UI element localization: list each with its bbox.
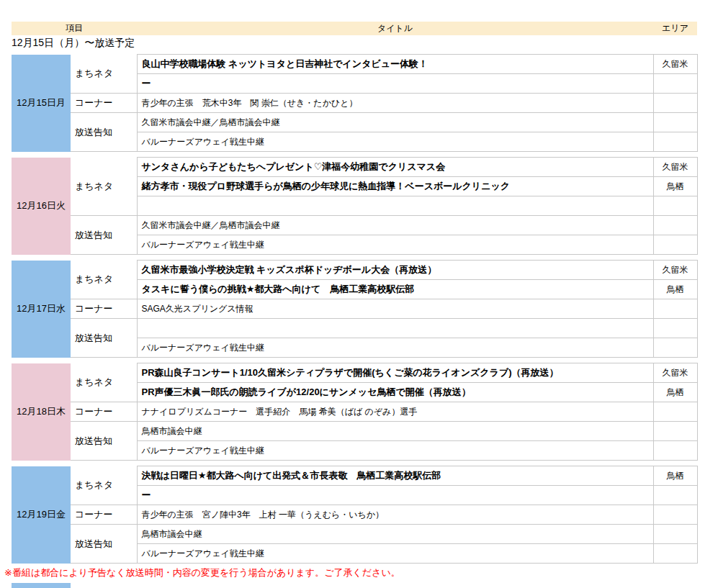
- area-cell: [653, 299, 697, 319]
- category-cell: 放送告知: [71, 113, 137, 152]
- category-cell: まちネタ: [71, 55, 137, 94]
- table-row: 12月17日水まちネタ久留米市最強小学校決定戦 キッズスポ杯ドッヂボール大会（再…: [12, 261, 697, 280]
- area-cell: 鳥栖: [653, 177, 697, 196]
- title-cell: ー: [137, 74, 653, 94]
- title-cell: バルーナーズアウェイ戦生中継: [137, 235, 653, 255]
- area-cell: [653, 74, 697, 94]
- title-cell: 久留米市最強小学校決定戦 キッズスポ杯ドッヂボール大会（再放送）: [137, 261, 653, 280]
- date-cell: 12月18日木: [12, 363, 71, 461]
- table-row: 放送告知鳥栖市議会中継: [12, 422, 697, 441]
- area-cell: [653, 196, 697, 216]
- table-row: 放送告知: [12, 319, 697, 338]
- title-cell: バルーナーズアウェイ戦生中継: [137, 441, 653, 461]
- title-cell: ナナイロプリズムコーナー 選手紹介 馬場 希美（ばば のぞみ）選手: [137, 402, 653, 422]
- title-cell: 良山中学校職場体験 ネッツトヨタと日吉神社でインタビュー体験！: [137, 55, 653, 74]
- table-row: 12月19日金まちネタ決戦は日曜日★都大路へ向けて出発式＆市長表敬 鳥栖工業高校…: [12, 466, 697, 486]
- table-row: コーナーSAGA久光スプリングス情報: [12, 299, 697, 319]
- area-cell: [653, 132, 697, 152]
- area-cell: 久留米: [653, 261, 697, 280]
- area-cell: [653, 441, 697, 461]
- header-item-column: 項目: [12, 22, 137, 35]
- area-cell: [653, 319, 697, 338]
- category-cell: まちネタ: [71, 261, 137, 299]
- category-cell: まちネタ: [71, 466, 137, 505]
- schedule-block: 12月15日月まちネタ良山中学校職場体験 ネッツトヨタと日吉神社でインタビュー体…: [12, 54, 698, 152]
- title-cell: PR森山良子コンサート1/10久留米シティプラザで開催(ちくご菜の花ライオンズク…: [137, 363, 653, 383]
- title-cell: [137, 319, 653, 338]
- category-cell: コーナー: [71, 505, 137, 525]
- next-block-date-cell-peek: [12, 583, 71, 588]
- area-cell: [653, 216, 697, 235]
- table-row: 12月16日火まちネタサンタさんから子どもたちへプレゼント♡津福今幼稚園でクリス…: [12, 158, 697, 177]
- schedule-block: 12月16日火まちネタサンタさんから子どもたちへプレゼント♡津福今幼稚園でクリス…: [12, 157, 698, 255]
- area-cell: [653, 94, 697, 113]
- title-cell: 久留米市議会中継／鳥栖市議会中継: [137, 113, 653, 132]
- category-cell: まちネタ: [71, 158, 137, 216]
- title-cell: 久留米市議会中継／鳥栖市議会中継: [137, 216, 653, 235]
- title-cell: 青少年の主張 宮ノ陣中3年 上村 一華（うえむら・いちか）: [137, 505, 653, 525]
- table-row: 12月18日木まちネタPR森山良子コンサート1/10久留米シティプラザで開催(ち…: [12, 363, 697, 383]
- broadcast-schedule-page: 項目 タイトル エリア 12月15日（月）〜放送予定 12月15日月まちネタ良山…: [0, 0, 718, 588]
- table-row: 放送告知久留米市議会中継／鳥栖市議会中継: [12, 216, 697, 235]
- title-cell: サンタさんから子どもたちへプレゼント♡津福今幼稚園でクリスマス会: [137, 158, 653, 177]
- schedule-block: 12月18日木まちネタPR森山良子コンサート1/10久留米シティプラザで開催(ち…: [12, 363, 698, 461]
- area-cell: 久留米: [653, 55, 697, 74]
- title-cell: バルーナーズアウェイ戦生中継: [137, 338, 653, 358]
- title-cell: 青少年の主張 荒木中3年 関 崇仁（せき・たかひと）: [137, 94, 653, 113]
- category-cell: 放送告知: [71, 422, 137, 461]
- area-cell: [653, 486, 697, 505]
- table-header: 項目 タイトル エリア: [12, 22, 697, 35]
- title-cell: 鳥栖市議会中継: [137, 422, 653, 441]
- table-row: コーナーナナイロプリズムコーナー 選手紹介 馬場 希美（ばば のぞみ）選手: [12, 402, 697, 422]
- area-cell: [653, 402, 697, 422]
- area-cell: 鳥栖: [653, 383, 697, 402]
- title-cell: [137, 196, 653, 216]
- title-cell: バルーナーズアウェイ戦生中継: [137, 544, 653, 564]
- category-cell: コーナー: [71, 299, 137, 319]
- title-cell: SAGA久光スプリングス情報: [137, 299, 653, 319]
- title-cell: PR声優三木眞一郎氏の朗読ライブが12/20にサンメッセ鳥栖で開催（再放送）: [137, 383, 653, 402]
- area-cell: [653, 544, 697, 564]
- title-cell: タスキに誓う僕らの挑戦★都大路へ向けて 鳥栖工業高校駅伝部: [137, 280, 653, 299]
- table-row: 12月15日月まちネタ良山中学校職場体験 ネッツトヨタと日吉神社でインタビュー体…: [12, 55, 697, 74]
- table-row: コーナー青少年の主張 宮ノ陣中3年 上村 一華（うえむら・いちか）: [12, 505, 697, 525]
- area-cell: [653, 338, 697, 358]
- category-cell: 放送告知: [71, 319, 137, 358]
- schedule-blocks: 12月15日月まちネタ良山中学校職場体験 ネッツトヨタと日吉神社でインタビュー体…: [12, 54, 697, 569]
- area-cell: 久留米: [653, 363, 697, 383]
- title-cell: 決戦は日曜日★都大路へ向けて出発式＆市長表敬 鳥栖工業高校駅伝部: [137, 466, 653, 486]
- category-cell: まちネタ: [71, 363, 137, 402]
- category-cell: 放送告知: [71, 216, 137, 255]
- category-cell: コーナー: [71, 94, 137, 113]
- area-cell: [653, 525, 697, 544]
- header-title-column: タイトル: [137, 22, 653, 35]
- schedule-block: 12月17日水まちネタ久留米市最強小学校決定戦 キッズスポ杯ドッヂボール大会（再…: [12, 260, 698, 358]
- disclaimer-note: ※番組は都合により予告なく放送時間・内容の変更を行う場合があります。ご了承くださ…: [4, 566, 400, 579]
- table-row: 放送告知久留米市議会中継／鳥栖市議会中継: [12, 113, 697, 132]
- area-cell: [653, 422, 697, 441]
- table-row: コーナー青少年の主張 荒木中3年 関 崇仁（せき・たかひと）: [12, 94, 697, 113]
- table-row: 放送告知鳥栖市議会中継: [12, 525, 697, 544]
- area-cell: [653, 505, 697, 525]
- title-cell: 鳥栖市議会中継: [137, 525, 653, 544]
- date-cell: 12月17日水: [12, 261, 71, 358]
- category-cell: 放送告知: [71, 525, 137, 564]
- title-cell: 緒方孝市・現役プロ野球選手らが鳥栖の少年球児に熱血指導！ベースボールクリニック: [137, 177, 653, 196]
- area-cell: 鳥栖: [653, 466, 697, 486]
- header-area-column: エリア: [653, 22, 697, 35]
- schedule-period-label: 12月15日（月）〜放送予定: [12, 37, 174, 50]
- date-cell: 12月16日火: [12, 158, 71, 255]
- date-cell: 12月19日金: [12, 466, 71, 564]
- area-cell: [653, 235, 697, 255]
- title-cell: バルーナーズアウェイ戦生中継: [137, 132, 653, 152]
- area-cell: 鳥栖: [653, 280, 697, 299]
- date-cell: 12月15日月: [12, 55, 71, 152]
- schedule-block: 12月19日金まちネタ決戦は日曜日★都大路へ向けて出発式＆市長表敬 鳥栖工業高校…: [12, 466, 698, 564]
- area-cell: [653, 113, 697, 132]
- category-cell: コーナー: [71, 402, 137, 422]
- title-cell: ー: [137, 486, 653, 505]
- area-cell: 久留米: [653, 158, 697, 177]
